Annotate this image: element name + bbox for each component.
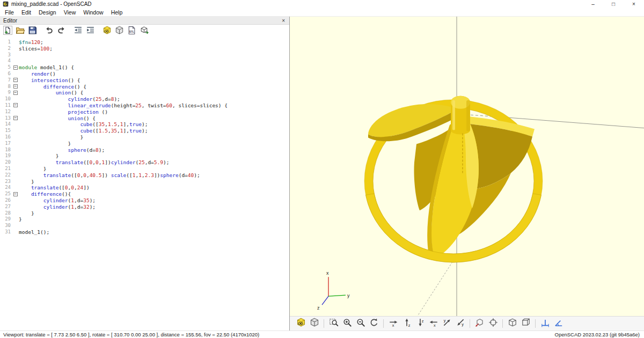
- editor-dock-header: Editor ×: [0, 17, 289, 25]
- render-button[interactable]: [114, 26, 125, 37]
- preview-button[interactable]: [101, 26, 113, 37]
- line-number: 1: [0, 39, 13, 46]
- perspective-icon: [508, 318, 517, 329]
- fold-marker[interactable]: −: [13, 91, 18, 95]
- preview-button[interactable]: [295, 318, 307, 330]
- view-right-button[interactable]: x: [387, 318, 399, 330]
- zoom-out-button[interactable]: [354, 318, 367, 330]
- view-left-icon: x: [429, 318, 438, 329]
- indent-button[interactable]: [85, 26, 96, 37]
- viewport-toolbar: xzzxyy: [290, 316, 644, 330]
- code-area[interactable]: 1$fn=120;2slices=100;345−module model_1(…: [0, 38, 289, 330]
- close-button[interactable]: ×: [624, 0, 644, 8]
- perspective-button[interactable]: [506, 318, 518, 330]
- export-3d-button[interactable]: [138, 26, 150, 37]
- view-back-button[interactable]: y: [454, 318, 466, 330]
- fold-marker[interactable]: −: [13, 65, 18, 70]
- render-button[interactable]: [308, 318, 320, 330]
- editor-close-button[interactable]: ×: [281, 18, 286, 24]
- line-number: 15: [0, 128, 13, 134]
- fold-marker[interactable]: −: [13, 103, 18, 107]
- code-text: }: [19, 141, 71, 147]
- unindent-button[interactable]: [72, 26, 84, 37]
- line-number: 7: [0, 77, 13, 84]
- maximize-button[interactable]: □: [603, 0, 624, 8]
- editor-toolbar: STL: [0, 25, 289, 38]
- line-number: 20: [0, 159, 13, 166]
- fold-column: [13, 179, 19, 185]
- redo-icon: [57, 26, 66, 37]
- view-diagonal-button[interactable]: [473, 318, 486, 330]
- toolbar-separator: [383, 319, 384, 328]
- menu-view[interactable]: View: [60, 9, 80, 16]
- code-text: model_1();: [19, 229, 49, 236]
- fold-marker[interactable]: −: [13, 84, 18, 89]
- view-front-button[interactable]: y: [441, 318, 453, 330]
- menu-help[interactable]: Help: [107, 9, 127, 16]
- viewport-canvas[interactable]: x y z: [290, 17, 644, 316]
- view-bottom-button[interactable]: z: [414, 318, 426, 330]
- fold-column: −: [13, 102, 19, 109]
- export-stl-button[interactable]: STL: [126, 26, 137, 37]
- fold-marker[interactable]: −: [13, 192, 18, 196]
- toolbar-separator: [502, 319, 503, 328]
- menu-edit[interactable]: Edit: [18, 9, 35, 16]
- code-line: 11− linear_extrude(height=25, twist=60, …: [0, 102, 289, 109]
- undo-icon: [45, 26, 54, 37]
- measure-distance-button[interactable]: [539, 318, 551, 330]
- zoom-in-button[interactable]: [341, 318, 353, 330]
- code-line: 24 translate([0,0,24]): [0, 185, 289, 191]
- menu-window[interactable]: Window: [79, 9, 107, 16]
- code-line: 3: [0, 52, 289, 58]
- line-number: 28: [0, 210, 13, 217]
- orthogonal-button[interactable]: [519, 318, 532, 330]
- code-text: translate([0,0,1])cylinder(25,d=5.9);: [19, 159, 169, 166]
- viewport-status-text: Viewport: translate = [ 7.73 2.50 6.50 ]…: [3, 332, 259, 337]
- code-line: 21 }: [0, 166, 289, 172]
- redo-button[interactable]: [56, 26, 67, 37]
- toolbar-separator: [68, 31, 72, 32]
- fold-column: [13, 229, 19, 236]
- menu-design[interactable]: Design: [35, 9, 60, 16]
- reset-view-button[interactable]: [368, 318, 380, 330]
- view-center-button[interactable]: [487, 318, 499, 330]
- zoom-in-icon: [342, 318, 352, 329]
- zoom-all-button[interactable]: [327, 318, 340, 330]
- code-text: $fn=120;: [19, 39, 43, 46]
- code-line: 23 }: [0, 179, 289, 185]
- measure-angle-button[interactable]: [552, 318, 565, 330]
- indent-icon: [86, 26, 95, 37]
- fold-column: [13, 58, 19, 64]
- toolbar-separator: [97, 31, 101, 32]
- code-text: linear_extrude(height=25, twist=60, slic…: [19, 102, 228, 109]
- code-text: cube([35,1.5,1],true);: [19, 121, 148, 128]
- save-file-icon: [28, 26, 37, 37]
- view-left-button[interactable]: x: [427, 318, 440, 330]
- code-text: slices=100;: [19, 46, 53, 52]
- fold-column: −: [13, 90, 19, 96]
- line-number: 8: [0, 84, 13, 90]
- line-number: 18: [0, 147, 13, 153]
- minimize-button[interactable]: –: [583, 0, 603, 8]
- line-number: 25: [0, 191, 13, 197]
- fold-marker[interactable]: −: [13, 78, 18, 82]
- svg-text:z: z: [408, 323, 410, 327]
- fold-column: [13, 166, 19, 172]
- unindent-icon: [74, 26, 83, 37]
- fold-column: −: [13, 64, 19, 71]
- zoom-out-icon: [356, 318, 365, 329]
- undo-button[interactable]: [43, 26, 55, 37]
- line-number: 21: [0, 166, 13, 172]
- menu-file[interactable]: File: [1, 9, 18, 16]
- save-file-button[interactable]: [27, 26, 38, 37]
- line-number: 14: [0, 121, 13, 128]
- open-file-button[interactable]: [14, 26, 26, 37]
- code-line: 27 cylinder(1,d=32);: [0, 204, 289, 210]
- line-number: 26: [0, 197, 13, 204]
- view-top-button[interactable]: z: [400, 318, 413, 330]
- editor-panel: Editor × STL 1$fn=120;2slices=100;345−mo…: [0, 17, 290, 330]
- window-controls: – □ ×: [583, 0, 644, 8]
- fold-marker[interactable]: −: [13, 116, 18, 120]
- new-file-button[interactable]: [2, 26, 13, 37]
- code-line: 10 cylinder(25,d=8);: [0, 96, 289, 102]
